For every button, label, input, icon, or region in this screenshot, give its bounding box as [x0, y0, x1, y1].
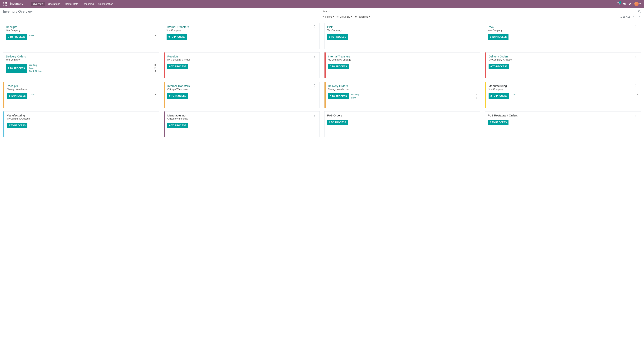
search-bar[interactable] [322, 9, 641, 14]
card-title[interactable]: Manufacturing [7, 114, 30, 117]
process-button[interactable]: 0 TO PROCESS [488, 34, 508, 40]
stat-label: Back Orders [29, 70, 42, 73]
process-button[interactable]: 2 TO PROCESS [488, 93, 509, 99]
stat-row[interactable]: Late3 [351, 96, 478, 99]
discuss-icon[interactable] [622, 2, 626, 5]
kanban-card[interactable]: Internal TransfersMy Company, Chicago⋮0 … [324, 52, 480, 78]
process-button[interactable]: 0 TO PROCESS [327, 120, 348, 125]
nav-link-operations[interactable]: Operations [46, 2, 62, 6]
kanban-card[interactable]: Delivery OrdersChicago Warehouse⋮0 TO PR… [324, 82, 480, 108]
kanban-card[interactable]: ManufacturingMy Company, Chicago⋮0 TO PR… [3, 111, 159, 137]
process-button[interactable]: 0 TO PROCESS [7, 123, 28, 128]
stat-row[interactable]: Late3 [29, 34, 156, 37]
card-menu-icon[interactable]: ⋮ [152, 55, 156, 58]
nav-link-configuration[interactable]: Configuration [96, 2, 115, 6]
card-title[interactable]: Internal Transfers [167, 84, 190, 87]
card-menu-icon[interactable]: ⋮ [152, 84, 156, 87]
kanban-card[interactable]: Internal TransfersChicago Warehouse⋮0 TO… [164, 82, 320, 108]
groupby-button[interactable]: Group By [336, 15, 352, 18]
card-title[interactable]: PoS Orders [327, 114, 342, 117]
process-button[interactable]: 3 TO PROCESS [6, 34, 27, 40]
stat-row[interactable]: Waiting3 [351, 93, 478, 96]
kanban-card[interactable]: ManufacturingYourCompany⋮2 TO PROCESSLat… [485, 82, 641, 108]
process-button[interactable]: 0 TO PROCESS [327, 34, 348, 40]
kanban-card[interactable]: PoS Restaurant Orders⋮0 TO PROCESS [485, 111, 641, 137]
chevron-down-icon [369, 16, 370, 17]
app-brand[interactable]: Inventory [10, 2, 24, 6]
card-title[interactable]: Internal Transfers [328, 55, 351, 58]
card-title[interactable]: Manufacturing [167, 114, 188, 117]
favorites-button[interactable]: Favorites [354, 15, 370, 18]
nav-link-overview[interactable]: Overview [31, 2, 45, 6]
card-menu-icon[interactable]: ⋮ [312, 55, 317, 58]
kanban-card[interactable]: PickYourCompany⋮0 TO PROCESS [324, 23, 480, 49]
process-button[interactable]: 0 TO PROCESS [167, 64, 188, 69]
card-menu-icon[interactable]: ⋮ [634, 55, 638, 58]
card-menu-icon[interactable]: ⋮ [152, 25, 156, 28]
kanban-card[interactable]: PoS Orders⋮0 TO PROCESS [324, 111, 480, 137]
process-button[interactable]: 3 TO PROCESS [7, 93, 28, 99]
card-subtitle: My Company, Chicago [7, 117, 30, 120]
card-menu-icon[interactable]: ⋮ [312, 25, 317, 28]
pager-next[interactable] [638, 15, 641, 18]
kanban-card[interactable]: PackYourCompany⋮0 TO PROCESS [485, 23, 641, 49]
card-color-bar [324, 82, 326, 108]
nav-link-master-data[interactable]: Master Data [63, 2, 80, 6]
card-title[interactable]: Pick [327, 25, 342, 28]
card-menu-icon[interactable]: ⋮ [312, 114, 317, 117]
card-title[interactable]: Delivery Orders [488, 55, 512, 58]
close-studio-icon[interactable] [629, 2, 632, 5]
kanban-card[interactable]: ReceiptsChicago Warehouse⋮3 TO PROCESSLa… [3, 82, 159, 108]
card-menu-icon[interactable]: ⋮ [473, 25, 478, 28]
stat-value: 2 [637, 93, 638, 96]
process-button[interactable]: 0 TO PROCESS [328, 64, 349, 69]
card-color-bar [3, 111, 4, 137]
process-button[interactable]: 2 TO PROCESS [6, 64, 27, 73]
process-button[interactable]: 0 TO PROCESS [328, 93, 349, 99]
stat-row[interactable]: Waiting11 [29, 64, 156, 66]
kanban-card[interactable]: Delivery OrdersYourCompany⋮2 TO PROCESSW… [3, 52, 159, 78]
user-menu[interactable] [634, 2, 641, 6]
stat-label: Late [29, 34, 34, 37]
stat-row[interactable]: Late13 [29, 67, 156, 69]
card-title[interactable]: Receipts [7, 84, 28, 87]
card-menu-icon[interactable]: ⋮ [473, 84, 478, 87]
process-button[interactable]: 0 TO PROCESS [166, 34, 187, 40]
card-menu-icon[interactable]: ⋮ [473, 55, 478, 58]
card-menu-icon[interactable]: ⋮ [634, 84, 638, 87]
card-header: ReceiptsMy Company, Chicago⋮ [167, 55, 317, 61]
process-button[interactable]: 0 TO PROCESS [167, 93, 188, 99]
nav-link-reporting[interactable]: Reporting [81, 2, 96, 6]
process-button[interactable]: 0 TO PROCESS [167, 123, 188, 128]
search-icon[interactable] [638, 10, 641, 13]
stat-row[interactable]: Late2 [512, 93, 638, 96]
pager-value[interactable]: 1-16 / 16 [620, 15, 630, 18]
card-menu-icon[interactable]: ⋮ [473, 114, 478, 117]
search-input[interactable] [322, 9, 638, 13]
card-menu-icon[interactable]: ⋮ [634, 114, 638, 117]
card-title[interactable]: Receipts [6, 25, 20, 28]
kanban-card[interactable]: ManufacturingChicago Warehouse⋮0 TO PROC… [164, 111, 320, 137]
kanban-card[interactable]: Internal TransfersYourCompany⋮0 TO PROCE… [164, 23, 320, 49]
card-title[interactable]: Delivery Orders [6, 55, 26, 58]
stat-row[interactable]: Back Orders1 [29, 70, 156, 73]
pager-prev[interactable] [632, 15, 636, 18]
card-title[interactable]: Delivery Orders [328, 84, 349, 87]
card-title[interactable]: Receipts [167, 55, 190, 58]
activities-icon[interactable]: 7 [616, 2, 620, 5]
process-button[interactable]: 0 TO PROCESS [488, 120, 508, 125]
card-title[interactable]: Pack [488, 25, 502, 28]
kanban-card[interactable]: ReceiptsYourCompany⋮3 TO PROCESSLate3 [3, 23, 159, 49]
kanban-card[interactable]: Delivery OrdersMy Company, Chicago⋮0 TO … [485, 52, 641, 78]
card-menu-icon[interactable]: ⋮ [634, 25, 638, 28]
card-title[interactable]: PoS Restaurant Orders [488, 114, 518, 117]
card-title[interactable]: Manufacturing [488, 84, 507, 87]
filters-button[interactable]: Filters [322, 15, 334, 18]
apps-icon[interactable] [4, 2, 7, 5]
card-menu-icon[interactable]: ⋮ [152, 114, 156, 117]
kanban-card[interactable]: ReceiptsMy Company, Chicago⋮0 TO PROCESS [164, 52, 320, 78]
stat-row[interactable]: Late3 [30, 93, 156, 96]
process-button[interactable]: 0 TO PROCESS [488, 64, 509, 69]
card-menu-icon[interactable]: ⋮ [312, 84, 317, 87]
card-title[interactable]: Internal Transfers [166, 25, 189, 28]
